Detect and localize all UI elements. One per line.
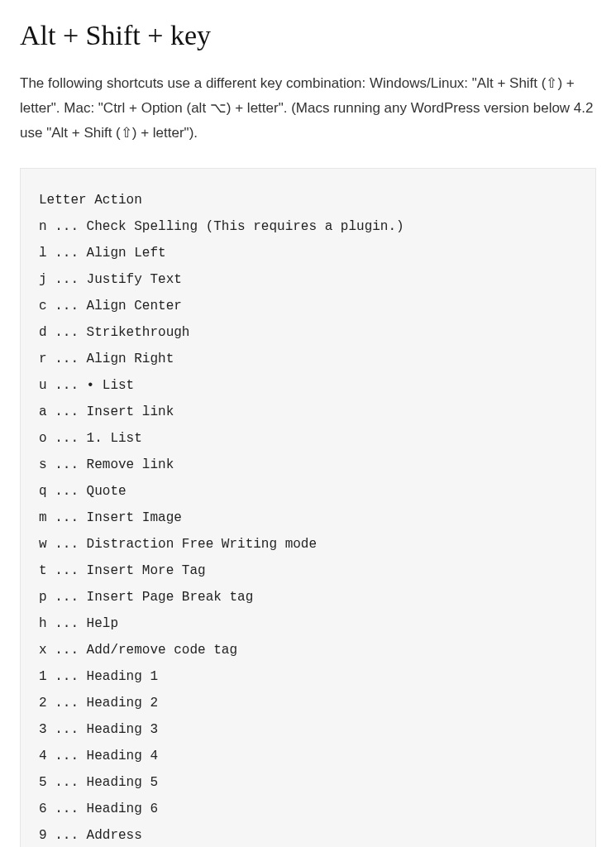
intro-paragraph: The following shortcuts use a different … — [20, 71, 596, 145]
page-title: Alt + Shift + key — [20, 20, 596, 51]
shortcuts-code-block: Letter Action n ... Check Spelling (This… — [20, 168, 596, 847]
